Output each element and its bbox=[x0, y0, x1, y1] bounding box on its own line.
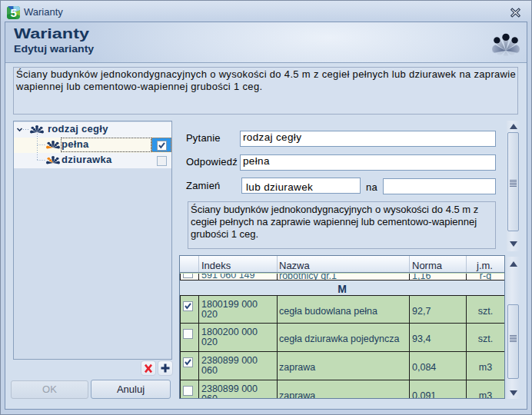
svg-text:5: 5 bbox=[11, 6, 17, 19]
